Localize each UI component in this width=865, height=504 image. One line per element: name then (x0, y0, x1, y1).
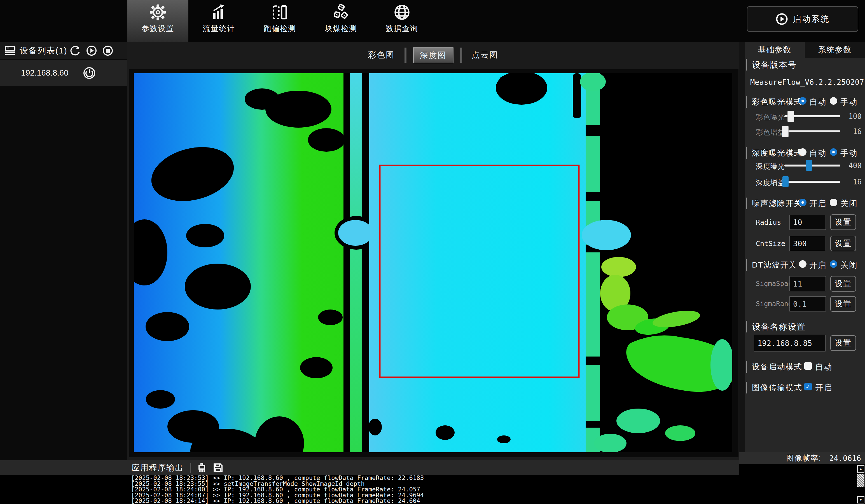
radius-row: Radius 设置 (745, 214, 865, 231)
refresh-devices-button[interactable] (69, 45, 81, 57)
sigma-range-set-button[interactable]: 设置 (830, 296, 856, 312)
clear-log-button[interactable] (196, 462, 207, 473)
gear-teeth (150, 4, 166, 20)
play-all-button[interactable] (86, 45, 97, 57)
depth-gain-slider[interactable] (784, 181, 840, 183)
device-version-value: MeasureFlow_V6.2.2.250207 (750, 78, 860, 86)
coal-detect-icon (333, 4, 349, 21)
device-version-section: 设备版本号 (745, 59, 865, 72)
frame-rate-label: 图像帧率: (786, 453, 822, 463)
radio-dt-off[interactable] (830, 260, 837, 268)
tab-basic-params[interactable]: 基础参数 (745, 42, 805, 58)
color-exposure-slider[interactable] (784, 115, 840, 117)
section-accent-bar (746, 361, 747, 373)
transfer-mode-row: 图像传输模式 ✓ 开启 (745, 382, 865, 394)
section-accent-bar (746, 259, 747, 271)
save-log-button[interactable] (212, 462, 224, 473)
radius-set-button[interactable]: 设置 (830, 214, 856, 230)
radio-noise-on-label: 开启 (809, 198, 827, 209)
device-row[interactable]: 192.168.8.60 (0, 60, 127, 86)
panel-divider (739, 42, 745, 453)
device-list-title: 设备列表(1) (20, 45, 68, 57)
depth-image-frame (129, 69, 738, 457)
startup-auto-checkbox[interactable] (804, 362, 812, 370)
log-title: 应用程序输出 (131, 462, 184, 473)
stop-all-button[interactable] (102, 45, 114, 57)
radio-depth-auto[interactable] (799, 148, 807, 156)
radius-input[interactable] (789, 215, 826, 230)
section-accent-bar (746, 147, 747, 159)
viewer-tab-bar: 彩色图 深度图 点云图 (127, 46, 739, 64)
radio-depth-manual[interactable] (830, 148, 837, 156)
log-output[interactable]: [2025-02-08 18:23:53] >> IP: 192.168.8.6… (0, 475, 739, 504)
toolbar-item-coal-detect[interactable]: 块煤检测 (310, 0, 371, 42)
tab-color-image[interactable]: 彩色图 (365, 49, 398, 61)
top-toolbar: 参数设置 流量统计 跑偏检测 (0, 0, 865, 42)
radio-color-manual[interactable] (830, 97, 837, 105)
noise-filter-row: 噪声滤除开关 开启 关闭 (745, 198, 865, 209)
deviation-detect-icon (272, 4, 288, 21)
start-system-button[interactable]: 启动系统 (747, 6, 858, 32)
device-list-icon (4, 46, 16, 56)
device-version-header: 设备版本号 (752, 59, 797, 71)
color-exposure-mode-label: 彩色曝光模式 (752, 96, 802, 107)
log-header: 应用程序输出 (0, 460, 739, 475)
toolbar-item-data-query[interactable]: 数据查询 (371, 0, 432, 42)
transfer-on-checkbox[interactable]: ✓ (804, 383, 812, 390)
depth-channel-right (586, 73, 600, 452)
color-gain-slider[interactable] (784, 130, 840, 132)
color-exposure-value: 100 (843, 112, 862, 121)
depth-exposure-slider[interactable] (784, 165, 840, 166)
depth-gain-value: 16 (843, 178, 862, 186)
radio-noise-off[interactable] (830, 199, 837, 206)
device-name-input[interactable] (754, 335, 826, 351)
scroll-down-button[interactable]: ▼ (857, 496, 864, 503)
flow-stats-icon (210, 4, 227, 21)
data-query-icon (394, 4, 411, 21)
depth-exposure-value: 400 (843, 162, 862, 170)
slider-handle[interactable] (806, 160, 812, 171)
play-circle-icon (775, 13, 788, 25)
cntsize-input[interactable] (789, 236, 826, 251)
scrollbar-thumb[interactable] (857, 474, 864, 487)
cntsize-label: CntSize (756, 239, 785, 248)
radio-dt-on[interactable] (799, 260, 807, 268)
toolbar-item-label: 参数设置 (142, 24, 174, 34)
tab-system-params[interactable]: 系统参数 (805, 42, 865, 58)
toolbar-item-label: 块煤检测 (325, 24, 357, 34)
device-name-set-button[interactable]: 设置 (830, 335, 856, 351)
slider-handle[interactable] (782, 126, 788, 137)
scroll-up-button[interactable]: ▲ (857, 465, 864, 473)
toolbar-item-deviation-detect[interactable]: 跑偏检测 (250, 0, 310, 42)
radio-depth-manual-label: 手动 (840, 148, 858, 159)
section-accent-bar (746, 96, 747, 108)
slider-handle[interactable] (787, 111, 794, 122)
tab-depth-image[interactable]: 深度图 (413, 47, 453, 63)
device-list-header: 设备列表(1) (0, 42, 127, 59)
radio-noise-on[interactable] (799, 199, 807, 206)
noise-filter-label: 噪声滤除开关 (752, 198, 802, 209)
color-gain-label: 彩色增益 (756, 128, 785, 137)
toolbar-item-parameter-settings[interactable]: 参数设置 (127, 0, 188, 42)
cntsize-set-button[interactable]: 设置 (830, 236, 856, 251)
sigma-space-set-button[interactable]: 设置 (830, 276, 856, 292)
depth-exposure-label: 深度曝光 (756, 162, 785, 171)
radio-color-auto[interactable] (799, 97, 807, 105)
toolbar-item-label: 流量统计 (203, 24, 235, 34)
device-power-button[interactable] (83, 67, 96, 80)
depth-exposure-mode-row: 深度曝光模式 自动 手动 (745, 147, 865, 159)
transfer-on-label: 开启 (815, 382, 832, 394)
tab-separator (404, 48, 406, 63)
startup-auto-label: 自动 (815, 362, 832, 373)
section-accent-bar (746, 382, 747, 394)
slider-handle[interactable] (782, 176, 788, 187)
color-gain-value: 16 (843, 127, 862, 136)
depth-gain-label: 深度增益 (756, 178, 785, 187)
color-gain-row: 彩色增益 16 (745, 127, 865, 138)
color-exposure-label: 彩色曝光 (756, 113, 785, 122)
tab-point-cloud[interactable]: 点云图 (469, 49, 501, 61)
sigma-space-input[interactable] (789, 276, 826, 291)
toolbar-item-flow-stats[interactable]: 流量统计 (188, 0, 250, 42)
sigma-range-input[interactable] (789, 296, 826, 312)
radio-color-auto-label: 自动 (809, 96, 827, 108)
